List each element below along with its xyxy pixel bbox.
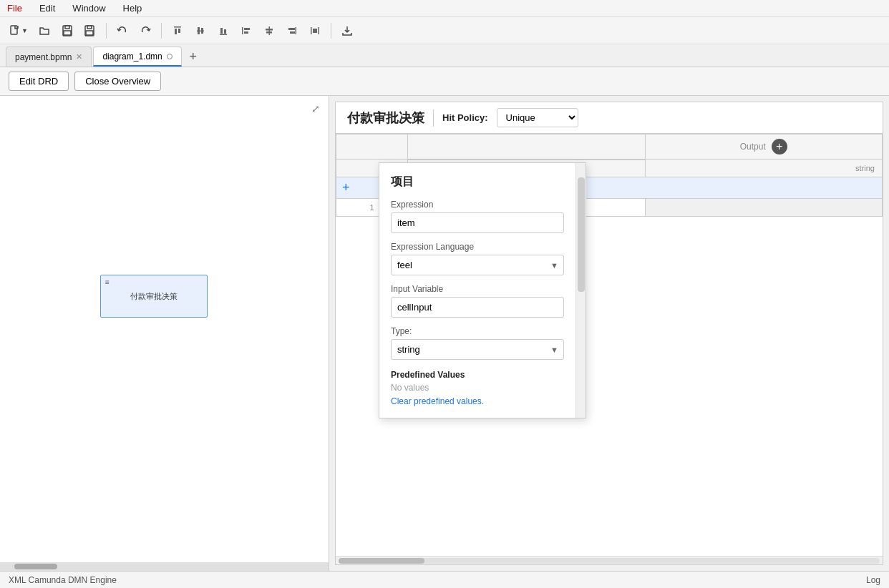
status-left: XML Camunda DMN Engine xyxy=(9,575,117,585)
scroll-h[interactable] xyxy=(0,562,329,571)
dmn-table-area: Output + string + xyxy=(336,134,883,556)
hit-policy-wrapper: Unique Any First Rule Order Output Order… xyxy=(497,108,578,127)
export-btn[interactable] xyxy=(337,21,357,41)
menu-bar: File Edit Window Help xyxy=(0,0,889,17)
dmn-title: 付款审批决策 xyxy=(347,109,424,127)
tab-unsaved-dot xyxy=(167,54,173,59)
svg-rect-17 xyxy=(244,28,250,30)
predefined-values-title: Predefined Values xyxy=(391,370,564,380)
type-select[interactable]: string integer long double boolean date xyxy=(391,339,564,360)
svg-rect-0 xyxy=(11,26,17,34)
menu-file[interactable]: File xyxy=(4,3,25,14)
expression-input[interactable] xyxy=(391,212,564,233)
align-left-btn[interactable] xyxy=(236,21,256,41)
row-num-header xyxy=(336,134,408,160)
distribute-btn[interactable] xyxy=(305,21,325,41)
type-label: Type: xyxy=(391,326,564,336)
toolbar-sep-2 xyxy=(161,23,162,39)
popup-scrollbar[interactable] xyxy=(575,163,586,418)
svg-rect-25 xyxy=(311,27,312,34)
edit-drd-btn[interactable]: Edit DRD xyxy=(9,72,69,91)
svg-rect-8 xyxy=(175,29,177,34)
svg-rect-27 xyxy=(313,29,317,33)
popup-panel: 项目 Expression Expression Language feel j… xyxy=(379,162,586,418)
expression-language-label: Expression Language xyxy=(391,242,564,252)
input-variable-input[interactable] xyxy=(391,297,564,318)
scroll-h-thumb xyxy=(14,564,57,569)
tab-close-icon[interactable]: ✕ xyxy=(76,52,82,62)
toolbar-sep-1 xyxy=(106,23,107,39)
new-file-btn[interactable]: ▼ xyxy=(6,21,31,41)
no-values-text: No values xyxy=(391,383,564,393)
menu-help[interactable]: Help xyxy=(120,3,145,14)
tab-label: diagram_1.dmn xyxy=(102,52,162,62)
left-panel: ⤢ ≡ 付款审批决策 xyxy=(0,96,329,571)
redo-btn[interactable] xyxy=(135,21,155,41)
main-area: ⤢ ≡ 付款审批决策 付款审批决策 Hit Policy: Unique Any… xyxy=(0,96,889,571)
status-right[interactable]: Log xyxy=(866,575,880,585)
diagram-node-icon: ≡ xyxy=(105,278,110,286)
svg-rect-26 xyxy=(319,27,320,34)
output-header-label: Output xyxy=(740,142,766,152)
output-type: string xyxy=(645,160,883,177)
align-top-btn[interactable] xyxy=(167,21,188,41)
expression-language-select[interactable]: feel juel javascript groovy python ruby xyxy=(391,255,564,275)
tab-add-btn[interactable]: + xyxy=(183,46,203,67)
input-header[interactable] xyxy=(408,134,646,160)
hit-policy-label: Hit Policy: xyxy=(442,112,488,123)
undo-btn[interactable] xyxy=(112,21,132,41)
output-cell[interactable] xyxy=(645,199,883,217)
svg-rect-22 xyxy=(296,27,297,34)
add-output-btn[interactable]: + xyxy=(772,139,787,155)
menu-edit[interactable]: Edit xyxy=(37,3,58,14)
tab-payment-bpmn[interactable]: payment.bpmn ✕ xyxy=(6,46,92,67)
popup-section-title: 项目 xyxy=(391,175,564,190)
diagram-node-label: 付款审批决策 xyxy=(130,291,178,302)
save-btn[interactable] xyxy=(57,21,77,41)
svg-rect-19 xyxy=(269,26,271,35)
expand-icon[interactable]: ⤢ xyxy=(309,102,323,116)
svg-rect-18 xyxy=(244,31,248,34)
tab-diagram-dmn[interactable]: diagram_1.dmn xyxy=(93,46,181,67)
svg-rect-14 xyxy=(220,28,223,34)
popup-scroll-content: 项目 Expression Expression Language feel j… xyxy=(379,163,575,418)
align-bottom-btn[interactable] xyxy=(213,21,233,41)
action-bar: Edit DRD Close Overview xyxy=(0,67,889,96)
svg-rect-23 xyxy=(288,28,295,30)
dmn-scroll-h[interactable] xyxy=(336,556,883,564)
svg-rect-3 xyxy=(64,31,71,35)
svg-rect-20 xyxy=(266,29,273,31)
svg-rect-16 xyxy=(242,27,243,34)
dmn-header: 付款审批决策 Hit Policy: Unique Any First Rule… xyxy=(336,102,883,134)
svg-rect-2 xyxy=(65,26,69,29)
tabs-bar: payment.bpmn ✕ diagram_1.dmn + xyxy=(0,44,889,67)
output-header[interactable]: Output + xyxy=(645,134,883,160)
menu-window[interactable]: Window xyxy=(69,3,108,14)
clear-predefined-link[interactable]: Clear predefined values. xyxy=(391,396,484,406)
svg-rect-12 xyxy=(201,28,203,34)
dmn-header-sep xyxy=(433,109,434,127)
hit-policy-select[interactable]: Unique Any First Rule Order Output Order… xyxy=(497,108,578,127)
dmn-scroll-h-track xyxy=(339,558,880,564)
align-middle-btn[interactable] xyxy=(190,21,210,41)
save-as-btn[interactable] xyxy=(80,21,100,41)
align-center-h-btn[interactable] xyxy=(259,21,279,41)
svg-rect-7 xyxy=(174,26,181,28)
right-panel: 付款审批决策 Hit Policy: Unique Any First Rule… xyxy=(335,102,883,565)
open-file-btn[interactable] xyxy=(34,21,54,41)
expression-label: Expression xyxy=(391,200,564,210)
align-right-btn[interactable] xyxy=(282,21,302,41)
input-variable-label: Input Variable xyxy=(391,284,564,294)
diagram-node[interactable]: ≡ 付款审批决策 xyxy=(100,275,208,318)
svg-rect-13 xyxy=(220,34,227,35)
popup-scrollbar-thumb xyxy=(578,177,585,292)
svg-rect-24 xyxy=(290,31,295,34)
tab-label: payment.bpmn xyxy=(15,52,72,62)
svg-rect-5 xyxy=(87,26,92,29)
type-wrapper: string integer long double boolean date … xyxy=(391,339,564,360)
status-bar: XML Camunda DMN Engine Log xyxy=(0,571,889,588)
svg-rect-11 xyxy=(198,27,200,34)
close-overview-btn[interactable]: Close Overview xyxy=(74,72,161,91)
expression-language-wrapper: feel juel javascript groovy python ruby … xyxy=(391,255,564,275)
toolbar: ▼ xyxy=(0,17,889,44)
